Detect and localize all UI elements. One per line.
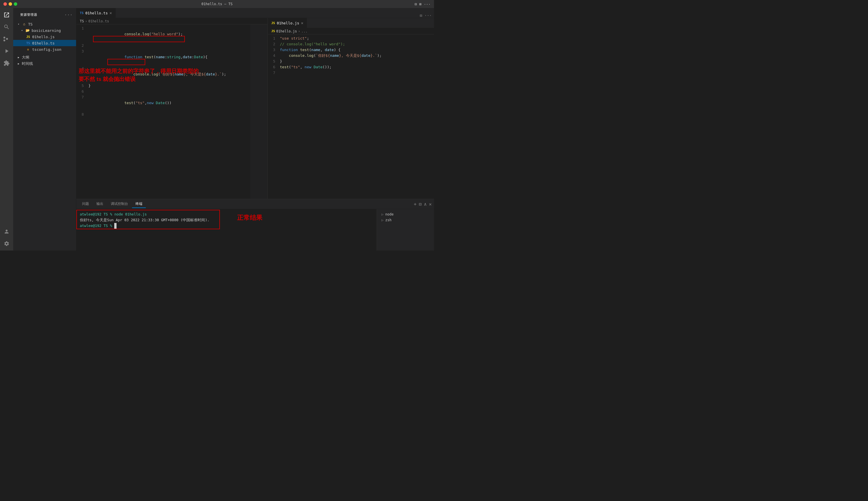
split-editor-icon[interactable]: ⊟ <box>420 13 422 18</box>
ts-root-label: TS <box>28 22 33 26</box>
right-breadcrumb: JS 01hello.js › ... <box>268 28 434 34</box>
right-line-1: 1 "use strict"; <box>268 35 434 41</box>
terminal-line-1: atwlee@192 TS % node 01hello.js <box>80 212 373 217</box>
settings-icon[interactable] <box>1 238 12 249</box>
right-tab-close-icon[interactable]: ✕ <box>301 21 304 25</box>
right-code-content[interactable]: 1 "use strict"; 2 // console.log("hello … <box>268 34 434 77</box>
shell-node[interactable]: ▷ node <box>379 212 432 217</box>
terminal-area: 问题 输出 调试控制台 终端 + ⊟ ∧ ✕ <box>76 199 434 250</box>
basiclearning-label: basicLearning <box>32 29 61 33</box>
code-line-5: 5 } <box>76 83 250 89</box>
node-shell-icon: ▷ <box>381 212 383 216</box>
code-line-6: 6 <box>76 89 250 94</box>
split-icon[interactable]: ⊞ <box>419 2 422 6</box>
right-line-4: 4 console.log(`你好${name}, 今天是${date}.`); <box>268 53 434 58</box>
right-tab-bar: JS 01hello.js ✕ <box>268 18 434 28</box>
tab-output[interactable]: 输出 <box>93 200 107 208</box>
right-line-5: 5 } <box>268 58 434 64</box>
outline-section[interactable]: ▶ 大纲 <box>13 54 76 61</box>
shell-zsh[interactable]: ▷ zsh <box>379 217 432 223</box>
editor-outer-left: 1 console.log("hello word"); 2 3 <box>76 24 267 199</box>
hello-js-label: 01hello.js <box>32 35 54 39</box>
sidebar-more-icon[interactable]: ··· <box>64 12 73 18</box>
sidebar-header: 资源管理器 <box>17 10 41 19</box>
js-tab-icon: JS <box>271 21 275 25</box>
timeline-label: 时间线 <box>22 61 33 66</box>
tab-01hello-ts[interactable]: TS 01hello.ts ✕ <box>76 8 116 18</box>
folder-arrow-basic: ▾ <box>21 29 25 32</box>
titlebar-right-icons: ⊟ ⊞ ··· <box>415 2 431 6</box>
maximize-terminal-icon[interactable]: ∧ <box>424 201 427 207</box>
tab-terminal[interactable]: 终端 <box>132 200 146 208</box>
terminal-main[interactable]: atwlee@192 TS % node 01hello.js 你好ts, 今天… <box>76 209 377 250</box>
code-line-7: 7 test("ts",new Date()) <box>76 94 250 111</box>
tab-actions: ⊟ ··· <box>417 13 434 18</box>
editor-more-icon[interactable]: ··· <box>424 13 432 18</box>
hello-ts-label: 01hello.ts <box>32 41 54 45</box>
minimap <box>250 24 267 199</box>
code-line-2: 2 <box>76 43 250 49</box>
sidebar-item-tsconfig[interactable]: ⚙ tsconfig.json <box>13 46 76 53</box>
file-tree: ▾ ⌂ TS ▾ 📂 basicLearning JS 01hello.js T… <box>13 20 76 53</box>
terminal-tab-label: 终端 <box>136 202 142 206</box>
sidebar-item-01hello-js[interactable]: JS 01hello.js <box>13 34 76 40</box>
terminal-actions: + ⊟ ∧ ✕ <box>414 201 432 207</box>
layout-icon[interactable]: ⊟ <box>415 2 417 6</box>
debug-tab-label: 调试控制台 <box>111 202 128 206</box>
breadcrumb-ts: TS <box>80 19 84 23</box>
folder-arrow-ts: ▾ <box>18 23 21 25</box>
code-line-8: 8 <box>76 111 250 117</box>
problems-tab-label: 问题 <box>82 202 89 206</box>
tab-problems[interactable]: 问题 <box>79 200 93 208</box>
js-file-icon: JS <box>26 34 30 39</box>
close-terminal-icon[interactable]: ✕ <box>429 201 432 207</box>
left-code-editor[interactable]: TS › 01hello.ts 1 console.log("hello wor… <box>76 18 267 199</box>
right-line-2: 2 // console.log("hello word"); <box>268 41 434 47</box>
activity-bar <box>0 8 13 250</box>
explorer-icon[interactable] <box>1 9 12 21</box>
code-line-1: 1 console.log("hello word"); <box>76 25 250 43</box>
sidebar-item-01hello-ts[interactable]: TS 01hello.ts <box>13 40 76 46</box>
more-icon[interactable]: ··· <box>424 2 431 6</box>
tab-debug-console[interactable]: 调试控制台 <box>107 200 131 208</box>
zsh-shell-label: zsh <box>385 218 392 222</box>
tab-close-icon[interactable]: ✕ <box>110 11 112 15</box>
window-controls <box>3 2 17 6</box>
code-line-3: 3 function test(name:string,date:Date){ <box>76 49 250 66</box>
close-button[interactable] <box>3 2 7 6</box>
output-tab-label: 输出 <box>96 202 103 206</box>
right-bc-js-icon: JS <box>271 29 275 33</box>
sidebar: 资源管理器 ··· ▾ ⌂ TS ▾ 📂 basicLearning JS 01… <box>13 8 76 250</box>
source-control-icon[interactable] <box>1 33 12 45</box>
run-icon[interactable] <box>1 45 12 57</box>
left-breadcrumb: TS › 01hello.ts <box>76 18 267 24</box>
code-content-left[interactable]: 1 console.log("hello word"); 2 3 <box>76 24 250 199</box>
sidebar-item-basiclearning[interactable]: ▾ 📂 basicLearning <box>13 27 76 34</box>
right-line-7: 7 <box>268 70 434 76</box>
maximize-button[interactable] <box>14 2 17 6</box>
terminal-shells-panel: ▷ node ▷ zsh <box>377 209 434 250</box>
right-line-6: 6 test("ts", new Date()); <box>268 64 434 70</box>
outline-label: 大纲 <box>22 55 29 60</box>
titlebar: 01hello.ts — TS ⊟ ⊞ ··· <box>0 0 434 8</box>
tsconfig-label: tsconfig.json <box>32 47 61 52</box>
terminal-tab-bar: 问题 输出 调试控制台 终端 + ⊟ ∧ ✕ <box>76 199 434 209</box>
main-layout: 资源管理器 ··· ▾ ⌂ TS ▾ 📂 basicLearning JS 01… <box>0 8 434 250</box>
ts-tab-icon: TS <box>80 11 84 15</box>
tab-01hello-js[interactable]: JS 01hello.js ✕ <box>268 18 307 28</box>
terminal-line-2: 你好ts, 今天是Sun Apr 03 2022 21:33:30 GMT+08… <box>80 217 373 223</box>
search-icon[interactable] <box>1 21 12 33</box>
zsh-shell-icon: ▷ <box>381 218 383 222</box>
terminal-content: atwlee@192 TS % node 01hello.js 你好ts, 今天… <box>76 209 434 250</box>
editor-split: TS › 01hello.ts 1 console.log("hello wor… <box>76 18 434 199</box>
accounts-icon[interactable] <box>1 226 12 237</box>
split-terminal-icon[interactable]: ⊟ <box>419 201 422 207</box>
breadcrumb-file: 01hello.ts <box>88 19 109 23</box>
add-terminal-icon[interactable]: + <box>414 201 416 207</box>
minimize-button[interactable] <box>9 2 12 6</box>
extensions-icon[interactable] <box>1 57 12 69</box>
right-tab-label: 01hello.js <box>277 21 299 25</box>
sidebar-item-ts-root[interactable]: ▾ ⌂ TS <box>13 21 76 27</box>
timeline-section[interactable]: ▶ 时间线 <box>13 61 76 67</box>
right-line-3: 3 function test(name, date) { <box>268 47 434 53</box>
